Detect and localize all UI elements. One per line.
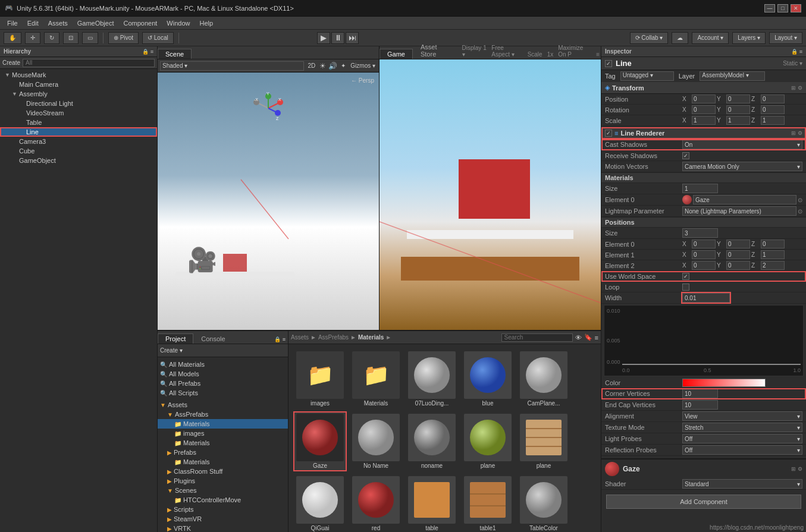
light-probes-dropdown[interactable]: Off ▾	[682, 434, 802, 443]
hierarchy-item-maincamera[interactable]: Main Camera	[0, 80, 157, 89]
file-item-all-prefabs[interactable]: 🔍 All Prefabs	[158, 379, 288, 388]
hierarchy-item-mousemark[interactable]: ▼ MouseMark	[0, 70, 157, 80]
hierarchy-item-line[interactable]: Line	[0, 127, 157, 137]
scale-z-input[interactable]	[761, 116, 785, 125]
cloud-button[interactable]: ☁	[672, 32, 688, 44]
file-item-all-scripts[interactable]: 🔍 All Scripts	[158, 388, 288, 398]
local-button[interactable]: ↺ Local	[142, 32, 174, 44]
layout-button[interactable]: Layout ▾	[769, 32, 802, 44]
elem1-y-input[interactable]	[726, 250, 750, 259]
position-z-input[interactable]	[761, 95, 785, 103]
breadcrumb-assprefabs[interactable]: AssPrefabs	[318, 334, 349, 341]
step-button[interactable]: ⏭	[346, 32, 359, 44]
hierarchy-item-table[interactable]: Table	[0, 118, 157, 127]
cast-shadows-dropdown[interactable]: On ▾	[682, 140, 802, 149]
2d-toggle[interactable]: 2D	[306, 62, 318, 69]
reflection-probes-dropdown[interactable]: Off ▾	[682, 445, 802, 455]
file-item-scripts[interactable]: ▶ Scripts	[158, 505, 288, 514]
use-world-space-checkbox[interactable]	[682, 273, 689, 280]
panel-lock[interactable]: 🔒 ≡	[272, 335, 288, 344]
elem2-x-input[interactable]	[692, 261, 716, 270]
layers-button[interactable]: Layers ▾	[732, 32, 766, 44]
game-aspect[interactable]: Free Aspect ▾	[489, 43, 525, 59]
project-tab[interactable]: Project	[158, 333, 193, 344]
hierarchy-item-cube[interactable]: Cube	[0, 146, 157, 156]
file-item-classroom[interactable]: ▶ ClassRoom Stuff	[158, 467, 288, 476]
asset-camplane[interactable]: CamPlane...	[517, 349, 570, 409]
rect-tool-button[interactable]: ▭	[82, 32, 98, 44]
texture-mode-dropdown[interactable]: Stretch ▾	[682, 423, 802, 432]
scene-tab[interactable]: Scene	[158, 49, 192, 59]
transform-component-header[interactable]: ◈ Transform ⊞ ⚙	[601, 82, 806, 94]
element0-picker[interactable]: ⊙	[798, 197, 802, 203]
menu-assets[interactable]: Assets	[43, 18, 73, 28]
play-button[interactable]: ▶	[317, 32, 330, 44]
minimize-button[interactable]: —	[764, 4, 775, 12]
static-label[interactable]: Static ▾	[783, 60, 802, 67]
tag-dropdown[interactable]: Untagged ▾	[620, 71, 674, 81]
breadcrumb-assets[interactable]: Assets	[291, 334, 309, 341]
rotation-z-input[interactable]	[761, 105, 785, 114]
create-label[interactable]: Create	[2, 59, 20, 66]
menu-help[interactable]: Help	[195, 18, 218, 28]
elem0-y-input[interactable]	[726, 240, 750, 248]
audio-toggle[interactable]: 🔊	[328, 62, 337, 70]
file-item-all-models[interactable]: 🔍 All Models	[158, 369, 288, 379]
eye-icon[interactable]: 👁	[575, 334, 582, 341]
elem2-y-input[interactable]	[726, 261, 750, 270]
asset-images-folder[interactable]: 📁 images	[293, 349, 347, 409]
asset-blue[interactable]: blue	[461, 349, 515, 409]
shading-dropdown[interactable]: Shaded ▾	[160, 61, 304, 71]
file-item-assprefabs[interactable]: ▼ AssPrefabs	[158, 410, 288, 419]
asset-07luoding[interactable]: 07LuoDing...	[405, 349, 459, 409]
menu-edit[interactable]: Edit	[23, 18, 43, 28]
file-item-plugins[interactable]: ▶ Plugins	[158, 476, 288, 486]
scene-viewport[interactable]: ← Persp	[158, 73, 379, 330]
hierarchy-item-camera3[interactable]: Camera3	[0, 137, 157, 146]
rotate-tool-button[interactable]: ↻	[44, 32, 59, 44]
hierarchy-item-dirlight[interactable]: Directional Light	[0, 99, 157, 108]
alignment-dropdown[interactable]: View ▾	[682, 411, 802, 421]
options-icon[interactable]: ≡	[595, 334, 598, 341]
gizmo-menu[interactable]: Gizmos ▾	[349, 62, 377, 69]
scale-y-input[interactable]	[726, 116, 750, 125]
fx-toggle[interactable]: ✦	[340, 62, 347, 69]
element0-input[interactable]	[693, 195, 796, 204]
line-renderer-active[interactable]	[605, 130, 612, 137]
game-display[interactable]: Display 1 ▾	[460, 43, 490, 59]
object-active-checkbox[interactable]	[605, 60, 612, 67]
file-item-vrtk[interactable]: ▶ VRTK	[158, 524, 288, 532]
end-cap-input[interactable]	[682, 400, 718, 410]
asset-store-tab[interactable]: Asset Store	[413, 42, 457, 59]
file-item-materials3[interactable]: 📁 Materials	[158, 457, 288, 467]
inspector-lock[interactable]: 🔒 ≡	[791, 49, 802, 55]
pivot-button[interactable]: ⊕ Pivot	[108, 32, 139, 44]
asset-gaze[interactable]: Gaze	[293, 411, 347, 471]
line-renderer-header[interactable]: ≡ Line Renderer ⊞ ⚙	[601, 127, 806, 139]
asset-table[interactable]: table	[405, 474, 459, 532]
pos-size-input[interactable]	[682, 228, 718, 238]
gaze-material-options[interactable]: ⊞ ⚙	[791, 466, 802, 472]
asset-materials-folder[interactable]: 📁 Materials	[349, 349, 403, 409]
motion-vectors-dropdown[interactable]: Camera Motion Only ▾	[682, 162, 802, 171]
asset-table1[interactable]: table1	[461, 474, 515, 532]
scale-x-input[interactable]	[692, 116, 716, 125]
file-item-images[interactable]: 📁 images	[158, 429, 288, 438]
file-item-all-materials[interactable]: 🔍 All Materials	[158, 360, 288, 369]
hierarchy-item-gameobject[interactable]: GameObject	[0, 156, 157, 165]
breadcrumb-materials[interactable]: Materials	[358, 334, 384, 341]
collab-button[interactable]: ⟳ Collab ▾	[630, 32, 669, 44]
shader-dropdown[interactable]: Standard ▾	[682, 479, 802, 489]
position-y-input[interactable]	[726, 95, 750, 103]
file-item-steamvr[interactable]: ▶ SteamVR	[158, 514, 288, 524]
create-button[interactable]: Create ▾	[160, 347, 183, 354]
rotation-y-input[interactable]	[726, 105, 750, 114]
elem0-x-input[interactable]	[692, 240, 716, 248]
hierarchy-item-videostream[interactable]: VideoStream	[0, 108, 157, 118]
asset-qiguai[interactable]: QiGuai	[293, 474, 347, 532]
file-item-materials[interactable]: 📁 Materials	[158, 419, 288, 429]
maximize-button[interactable]: □	[777, 4, 788, 12]
menu-window[interactable]: Window	[162, 18, 195, 28]
console-tab[interactable]: Console	[193, 333, 233, 344]
elem1-z-input[interactable]	[761, 250, 785, 259]
